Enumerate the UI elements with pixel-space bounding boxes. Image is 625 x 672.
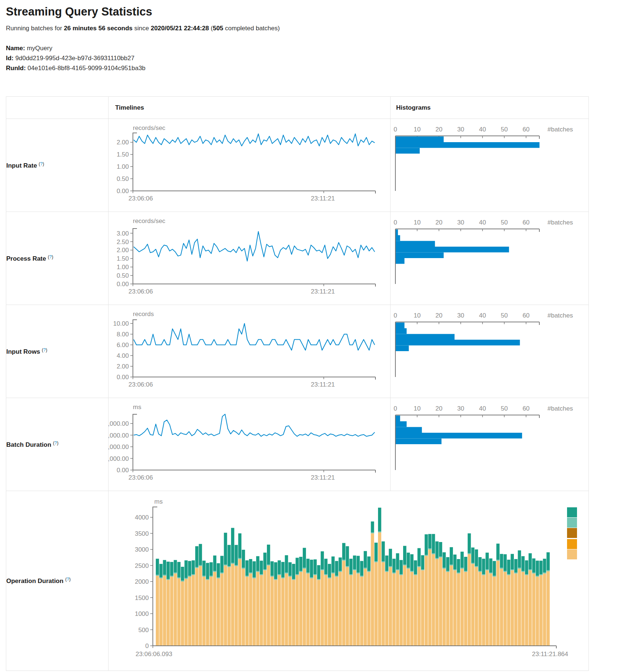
summary-since: since [133,25,151,32]
query-info: Name: myQuery Id: 9d0dd219-995d-423e-b97… [6,43,619,73]
svg-text:23:11:21: 23:11:21 [311,381,335,388]
svg-text:ms: ms [154,498,163,505]
svg-text:0.50: 0.50 [117,272,129,279]
svg-text:10: 10 [414,219,421,226]
svg-text:3,000.00: 3,000.00 [109,432,129,439]
svg-text:1000: 1000 [135,610,149,617]
table-row-operation-duration: Operation Duration (?) ms400035003000250… [6,491,589,671]
query-name-line: Name: myQuery [6,43,619,53]
input-rate-timeline-cell: records/sec2.001.501.000.500.0023:06:062… [109,119,391,212]
svg-text:3.00: 3.00 [117,230,129,237]
svg-text:records/sec: records/sec [133,217,165,224]
svg-text:20: 20 [436,405,443,412]
svg-text:40: 40 [479,126,486,133]
process-rate-help-icon[interactable]: (?) [48,254,53,260]
svg-text:#batches: #batches [547,405,573,412]
query-name-label: Name: [6,45,25,52]
batch-duration-histogram-cell: 0102030405060#batches [391,398,589,491]
svg-text:1.50: 1.50 [117,151,129,158]
completed-batches-count: 505 [213,25,223,32]
svg-text:4000: 4000 [135,514,149,521]
query-name-value: myQuery [27,45,52,52]
input-rate-help-icon[interactable]: (?) [39,161,44,167]
svg-text:1.50: 1.50 [117,255,129,262]
page: Streaming Query Statistics Running batch… [0,0,625,671]
svg-text:60: 60 [523,219,530,226]
query-runid-label: RunId: [6,65,26,72]
svg-text:20: 20 [436,312,443,319]
query-runid-line: RunId: 04e101e6-8bf8-4165-9099-9104c951b… [6,63,619,73]
svg-text:0: 0 [394,126,397,133]
svg-text:23:06:06: 23:06:06 [128,195,153,202]
query-runid-value: 04e101e6-8bf8-4165-9099-9104c951ba3b [28,65,146,72]
metric-label-process-rate: Process Rate (?) [6,212,109,305]
svg-text:#batches: #batches [547,312,573,319]
start-timestamp: 2020/05/21 22:44:28 [151,25,209,32]
input-rows-timeline-chart: records10.008.006.004.002.000.0023:06:06… [109,305,390,398]
svg-text:2.00: 2.00 [117,247,129,254]
input-rate-histogram-cell: 0102030405060#batches [391,119,589,212]
svg-text:2.00: 2.00 [117,363,129,370]
metric-label-input-rate: Input Rate (?) [6,119,109,212]
query-id-value: 9d0dd219-995d-423e-b97d-36931110bb27 [16,55,135,62]
svg-text:23:06:06: 23:06:06 [128,288,153,295]
process-rate-timeline-chart: records/sec3.002.502.001.501.000.500.002… [109,212,390,305]
batch-duration-help-icon[interactable]: (?) [53,440,59,446]
svg-text:40: 40 [479,219,486,226]
svg-text:30: 30 [457,312,464,319]
svg-text:0: 0 [394,405,397,412]
svg-text:3000: 3000 [135,546,149,553]
input-rows-histogram-cell: 0102030405060#batches [391,305,589,398]
process-rate-histogram-chart: 0102030405060#batches [391,212,588,305]
statistics-table: Timelines Histograms Input Rate (?) reco… [6,96,589,671]
svg-text:60: 60 [523,126,530,133]
legend-swatch [567,539,577,549]
svg-text:records/sec: records/sec [133,124,165,131]
metric-label-batch-duration: Batch Duration (?) [6,398,109,491]
svg-text:10: 10 [414,405,421,412]
legend-swatch [567,507,577,517]
input-rate-timeline-chart: records/sec2.001.501.000.500.0023:06:062… [109,119,390,212]
query-id-line: Id: 9d0dd219-995d-423e-b97d-36931110bb27 [6,53,619,63]
svg-text:500: 500 [138,627,149,634]
query-id-label: Id: [6,55,14,62]
summary-paren: ( [209,25,213,32]
process-rate-timeline-cell: records/sec3.002.502.001.501.000.500.002… [109,212,391,305]
svg-text:1.00: 1.00 [117,264,129,271]
svg-text:50: 50 [501,126,508,133]
svg-text:60: 60 [523,312,530,319]
svg-text:23:06:06.093: 23:06:06.093 [135,651,172,658]
svg-text:4,000.00: 4,000.00 [109,420,129,427]
legend-swatch [567,518,577,528]
svg-text:1,000.00: 1,000.00 [109,455,129,462]
histograms-header: Histograms [391,97,589,119]
metric-label-operation-duration: Operation Duration (?) [6,491,109,671]
table-row-input-rate: Input Rate (?) records/sec2.001.501.000.… [6,119,589,212]
svg-text:0: 0 [145,642,149,649]
svg-text:10: 10 [414,126,421,133]
svg-text:50: 50 [501,405,508,412]
svg-text:23:11:21: 23:11:21 [311,288,335,295]
svg-text:23:11:21.864: 23:11:21.864 [532,651,568,658]
operation-duration-help-icon[interactable]: (?) [65,577,71,582]
svg-text:10.00: 10.00 [113,320,129,327]
input-rows-help-icon[interactable]: (?) [42,347,47,353]
svg-text:23:06:06: 23:06:06 [128,381,153,388]
table-header-row: Timelines Histograms [6,97,589,119]
svg-text:6.00: 6.00 [117,342,129,349]
svg-text:2.00: 2.00 [117,139,129,146]
batch-duration-histogram-chart: 0102030405060#batches [391,398,588,491]
metric-label-input-rows: Input Rows (?) [6,305,109,398]
svg-text:20: 20 [436,126,443,133]
svg-text:40: 40 [479,312,486,319]
input-rate-histogram-chart: 0102030405060#batches [391,119,588,212]
svg-text:#batches: #batches [547,219,573,226]
batch-duration-timeline-cell: ms4,000.003,000.002,000.001,000.000.0023… [109,398,391,491]
timelines-header: Timelines [109,97,391,119]
svg-text:3500: 3500 [135,530,149,537]
empty-header-cell [6,97,109,119]
input-rows-timeline-cell: records10.008.006.004.002.000.0023:06:06… [109,305,391,398]
svg-text:50: 50 [501,312,508,319]
operation-duration-chart-cell: ms4000350030002500200015001000500023:06:… [109,491,589,671]
table-row-batch-duration: Batch Duration (?) ms4,000.003,000.002,0… [6,398,589,491]
